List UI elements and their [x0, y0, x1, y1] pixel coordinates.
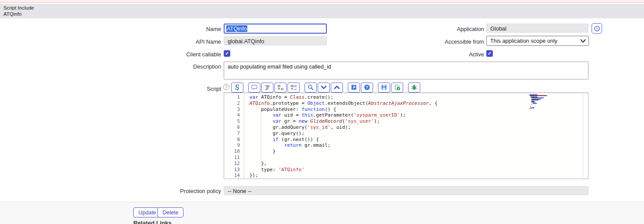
syntax-editor-toggle-icon — [234, 84, 241, 91]
line-number: 8 — [224, 137, 244, 143]
name-input-selected-text: ATQinfo — [226, 25, 247, 32]
code-line[interactable]: }, — [249, 161, 582, 167]
open-in-new-window-icon — [350, 84, 357, 91]
line-number: 10 — [224, 148, 244, 155]
save-button[interactable] — [378, 83, 390, 93]
check-syntax-button[interactable] — [391, 83, 403, 93]
find-previous-button[interactable] — [331, 83, 343, 93]
code-line[interactable]: } — [249, 148, 582, 155]
form-footer: Update Delete Related Links — [0, 202, 644, 224]
active-label: Active — [397, 51, 484, 58]
line-number: 6 — [224, 124, 244, 131]
record-type-label: Script Include — [3, 5, 644, 11]
line-number: 7 — [224, 131, 244, 137]
format-code-button[interactable] — [261, 83, 274, 93]
syntax-editor-toggle-button[interactable] — [231, 83, 243, 93]
code-line[interactable]: var uid = this.getParameter('sysparm_use… — [249, 112, 582, 118]
delete-button[interactable]: Delete — [157, 207, 184, 217]
accessible-from-select[interactable]: This application scope only — [486, 36, 589, 46]
description-label: Description — [134, 63, 221, 70]
api-name-label: API Name — [134, 38, 221, 45]
line-number: 4 — [224, 112, 244, 118]
code-line[interactable]: }); — [249, 172, 582, 179]
code-line[interactable]: if (gr.next()) { — [249, 137, 582, 143]
debug-button[interactable] — [408, 83, 420, 93]
client-callable-checkbox[interactable]: ✓ — [224, 50, 230, 57]
client-callable-label: Client callable — [134, 51, 221, 58]
script-toolbar-buttons: abacab? — [231, 82, 421, 93]
svg-text:ab: ab — [277, 84, 281, 87]
line-number: 5 — [224, 118, 244, 124]
find-next-icon — [320, 84, 327, 91]
code-minimap — [530, 94, 551, 110]
svg-text:ab: ab — [291, 84, 294, 87]
script-code-editor[interactable]: 1234567891011121314 var ATQinfo = Class.… — [224, 93, 589, 179]
search-button[interactable] — [305, 83, 317, 93]
search-icon — [307, 84, 314, 91]
record-header: Script Include ATQinfo — [0, 4, 644, 18]
find-next-button[interactable] — [318, 83, 330, 93]
application-field: Global — [486, 24, 589, 33]
svg-text:ac: ac — [281, 87, 284, 90]
accessible-from-value: This application scope only — [490, 38, 557, 44]
code-line[interactable]: var gr = new GlideRecord('sys_user'); — [249, 118, 582, 124]
line-number: 12 — [224, 161, 244, 167]
application-label: Application — [397, 26, 484, 32]
line-number: 13 — [224, 167, 244, 173]
open-in-new-window-button[interactable] — [348, 83, 360, 93]
editor-help-icon: ? — [364, 84, 370, 91]
protection-policy-label: Protection policy — [134, 188, 221, 194]
accessible-from-label: Accessible from — [397, 38, 484, 45]
replace-button[interactable]: abac — [274, 83, 287, 93]
chevron-down-icon — [580, 39, 586, 43]
active-checkbox[interactable]: ✓ — [486, 50, 493, 57]
code-line[interactable]: gr.query(); — [249, 131, 582, 137]
svg-text:?: ? — [366, 85, 368, 90]
script-help-icon[interactable]: ? — [223, 84, 229, 90]
replace-icon: abac — [277, 84, 284, 91]
description-textarea[interactable]: auto populating email filed using called… — [224, 62, 589, 79]
line-number: 9 — [224, 142, 244, 148]
script-label: Script — [134, 86, 221, 92]
editor-scrollbar[interactable] — [583, 93, 583, 179]
info-icon — [594, 25, 600, 32]
line-number-gutter: 1234567891011121314 — [224, 93, 244, 179]
toggle-comment-icon — [251, 84, 258, 91]
code-line[interactable]: return gr.email; — [249, 142, 582, 148]
save-icon — [381, 84, 388, 91]
record-name-label: ATQinfo — [3, 11, 644, 17]
line-number: 2 — [224, 100, 244, 107]
protection-policy-field: -- None -- — [224, 186, 589, 195]
editor-help-button[interactable]: ? — [361, 83, 373, 93]
related-links-heading: Related Links — [133, 220, 172, 224]
toggle-comment-button[interactable] — [248, 83, 260, 93]
code-line[interactable] — [249, 155, 582, 161]
code-line[interactable]: gr.addQuery('sys_id', uid); — [249, 124, 582, 131]
checkbox-check-icon: ✓ — [225, 51, 229, 56]
replace-all-button[interactable]: ab — [287, 83, 300, 93]
name-label: Name — [134, 26, 221, 32]
find-previous-icon — [333, 84, 340, 91]
application-info-button[interactable] — [592, 23, 602, 34]
check-syntax-icon — [394, 84, 401, 91]
debug-icon — [411, 84, 418, 91]
code-line[interactable]: type: 'ATQinfo' — [249, 167, 582, 173]
name-input[interactable]: ATQinfo — [224, 24, 327, 34]
script-include-form-page: Script Include ATQinfo Name ATQinfo API … — [0, 0, 644, 224]
line-number: 1 — [224, 94, 244, 100]
format-code-icon — [264, 84, 271, 91]
api-name-field: global.ATQinfo — [224, 36, 327, 45]
top-accent-strip — [0, 0, 644, 3]
checkbox-check-icon: ✓ — [488, 51, 492, 56]
replace-all-icon: ab — [290, 84, 297, 91]
line-number: 14 — [224, 172, 244, 179]
line-number: 3 — [224, 107, 244, 113]
line-number: 11 — [224, 155, 244, 161]
